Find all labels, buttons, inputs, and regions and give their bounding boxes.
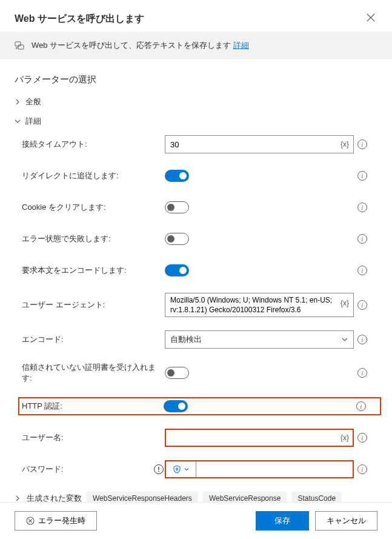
- variable-picker[interactable]: {x}: [341, 434, 349, 442]
- dialog-title: Web サービスを呼び出します: [15, 13, 144, 25]
- info-icon[interactable]: i: [357, 300, 367, 310]
- useragent-input[interactable]: Mozilla/5.0 (Windows; U; Windows NT 5.1;…: [165, 293, 354, 317]
- group-advanced[interactable]: 詳細: [15, 116, 377, 127]
- failonerror-toggle[interactable]: [165, 233, 189, 245]
- encodebody-toggle[interactable]: [165, 264, 189, 276]
- group-general-label: 全般: [25, 96, 41, 107]
- info-banner: Web サービスを呼び出して、応答テキストを保存します 詳細: [0, 32, 392, 59]
- password-input[interactable]: [196, 461, 353, 477]
- cancel-button[interactable]: キャンセル: [315, 511, 377, 531]
- close-button[interactable]: [364, 11, 377, 27]
- encoding-select[interactable]: 自動検出: [165, 330, 354, 349]
- chevron-down-icon: [341, 336, 348, 343]
- group-general[interactable]: 全般: [15, 96, 377, 107]
- username-label: ユーザー名:: [22, 432, 165, 443]
- password-label: パスワード:: [22, 464, 165, 475]
- svg-rect-1: [18, 45, 24, 49]
- group-advanced-label: 詳細: [25, 116, 41, 127]
- banner-text: Web サービスを呼び出して、応答テキストを保存します: [32, 41, 231, 50]
- password-mode-dropdown[interactable]: [166, 461, 196, 477]
- info-icon[interactable]: i: [357, 171, 367, 181]
- error-icon: [26, 517, 35, 525]
- save-button[interactable]: 保存: [256, 511, 309, 531]
- info-icon[interactable]: i: [357, 433, 367, 443]
- info-icon[interactable]: i: [357, 335, 367, 344]
- username-input[interactable]: [165, 429, 354, 447]
- info-icon[interactable]: i: [357, 368, 367, 378]
- section-title: パラメーターの選択: [15, 74, 377, 85]
- webservice-icon: [15, 40, 25, 51]
- info-icon[interactable]: i: [357, 266, 367, 275]
- chevron-down-icon: [184, 466, 190, 472]
- untrusted-label: 信頼されていない証明書を受け入れます:: [22, 362, 165, 384]
- redirect-label: リダイレクトに追従します:: [22, 170, 165, 181]
- close-icon: [367, 13, 375, 22]
- shield-icon: [173, 465, 181, 474]
- variable-picker[interactable]: {x}: [341, 299, 349, 307]
- cookies-toggle[interactable]: [165, 201, 189, 213]
- info-icon[interactable]: i: [357, 139, 367, 149]
- chevron-down-icon: [15, 118, 21, 124]
- encoding-label: エンコード:: [22, 334, 165, 345]
- cookies-label: Cookie をクリアします:: [22, 202, 165, 213]
- warning-icon[interactable]: !: [154, 464, 164, 474]
- encodebody-label: 要求本文をエンコードします:: [22, 265, 165, 276]
- chevron-right-icon: [15, 99, 21, 105]
- timeout-label: 接続タイムアウト:: [22, 139, 165, 150]
- redirect-toggle[interactable]: [165, 170, 189, 182]
- chevron-right-icon[interactable]: [15, 495, 21, 501]
- info-icon[interactable]: i: [356, 401, 366, 411]
- on-error-button[interactable]: エラー発生時: [15, 511, 97, 531]
- untrusted-toggle[interactable]: [165, 367, 189, 379]
- encoding-value: 自動検出: [170, 334, 202, 345]
- info-icon[interactable]: i: [357, 203, 367, 212]
- httpauth-toggle[interactable]: [164, 400, 188, 412]
- failonerror-label: エラー状態で失敗します:: [22, 233, 165, 244]
- on-error-label: エラー発生時: [38, 515, 85, 526]
- banner-link[interactable]: 詳細: [233, 41, 249, 50]
- useragent-label: ユーザー エージェント:: [22, 300, 165, 310]
- httpauth-label: HTTP 認証:: [21, 401, 164, 412]
- variable-picker[interactable]: {x}: [341, 140, 349, 149]
- svg-rect-0: [15, 42, 21, 46]
- timeout-input[interactable]: [165, 135, 354, 153]
- svg-point-2: [176, 468, 178, 470]
- info-icon[interactable]: i: [357, 464, 367, 474]
- info-icon[interactable]: i: [357, 234, 367, 244]
